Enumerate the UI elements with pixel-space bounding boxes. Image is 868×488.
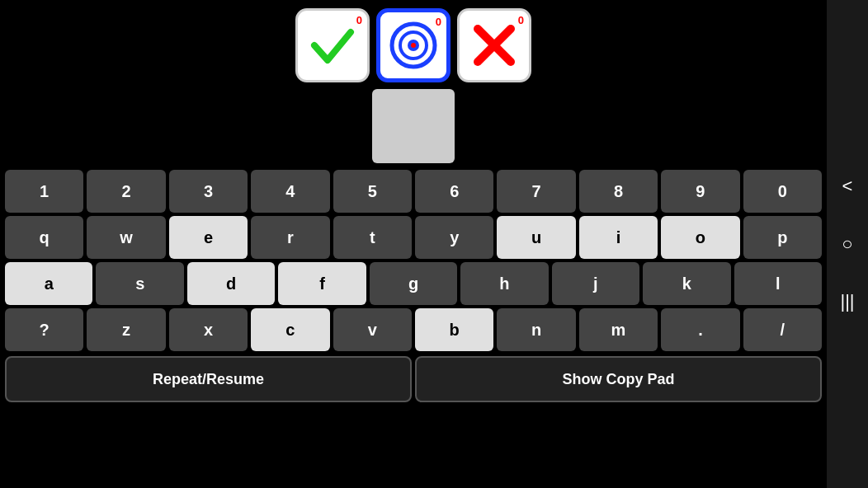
key-slash[interactable]: / (743, 308, 822, 351)
key-2[interactable]: 2 (87, 170, 165, 213)
key-4[interactable]: 4 (251, 170, 329, 213)
menu-button[interactable]: ||| (831, 285, 864, 318)
key-k[interactable]: k (643, 262, 730, 305)
key-3[interactable]: 3 (169, 170, 248, 213)
key-z[interactable]: z (87, 308, 165, 351)
key-o[interactable]: o (661, 216, 739, 259)
key-y[interactable]: y (415, 216, 493, 259)
key-7[interactable]: 7 (497, 170, 575, 213)
key-t[interactable]: t (333, 216, 412, 259)
key-period[interactable]: . (661, 308, 739, 351)
key-b[interactable]: b (415, 308, 493, 351)
target-button[interactable]: 0 (376, 8, 451, 82)
bottom-bar: Repeat/Resume Show Copy Pad (5, 356, 822, 402)
qwerty-row: q w e r t y u i o p (5, 216, 822, 259)
home-button[interactable]: ○ (831, 228, 864, 260)
show-copy-pad-button[interactable]: Show Copy Pad (415, 356, 822, 402)
x-badge: 0 (518, 14, 524, 26)
key-j[interactable]: j (552, 262, 639, 305)
x-icon (469, 21, 519, 70)
key-q[interactable]: q (5, 216, 83, 259)
key-5[interactable]: 5 (333, 170, 412, 213)
display-box (372, 89, 455, 163)
target-badge: 0 (436, 16, 441, 28)
check-button[interactable]: 0 (295, 8, 370, 82)
zxcv-row: ? z x c v b n m . / (5, 308, 822, 351)
key-m[interactable]: m (579, 308, 658, 351)
key-x[interactable]: x (169, 308, 248, 351)
key-6[interactable]: 6 (415, 170, 493, 213)
key-s[interactable]: s (96, 262, 183, 305)
key-u[interactable]: u (497, 216, 575, 259)
key-1[interactable]: 1 (5, 170, 83, 213)
check-badge: 0 (356, 14, 362, 26)
number-row: 1 2 3 4 5 6 7 8 9 0 (5, 170, 822, 213)
top-icons: 0 0 0 (295, 8, 531, 82)
key-i[interactable]: i (579, 216, 658, 259)
key-d[interactable]: d (187, 262, 275, 305)
key-9[interactable]: 9 (661, 170, 739, 213)
key-a[interactable]: a (5, 262, 92, 305)
key-h[interactable]: h (460, 262, 548, 305)
sidebar: < ○ ||| (827, 0, 868, 488)
check-icon (308, 21, 357, 70)
key-w[interactable]: w (87, 216, 165, 259)
key-l[interactable]: l (734, 262, 822, 305)
key-r[interactable]: r (251, 216, 329, 259)
key-e[interactable]: e (169, 216, 248, 259)
target-icon (389, 21, 438, 70)
main-area: 0 0 0 1 2 (0, 0, 827, 488)
key-p[interactable]: p (743, 216, 822, 259)
svg-point-3 (411, 43, 416, 48)
key-0[interactable]: 0 (743, 170, 822, 213)
key-v[interactable]: v (333, 308, 412, 351)
asdf-row: a s d f g h j k l (5, 262, 822, 305)
key-8[interactable]: 8 (579, 170, 658, 213)
repeat-resume-button[interactable]: Repeat/Resume (5, 356, 412, 402)
key-c[interactable]: c (251, 308, 329, 351)
key-f[interactable]: f (278, 262, 366, 305)
keyboard-area: 1 2 3 4 5 6 7 8 9 0 q w e r t y u i o p … (5, 170, 822, 351)
x-button[interactable]: 0 (457, 8, 531, 82)
key-g[interactable]: g (370, 262, 457, 305)
key-n[interactable]: n (497, 308, 575, 351)
back-button[interactable]: < (831, 170, 864, 203)
key-question[interactable]: ? (5, 308, 83, 351)
